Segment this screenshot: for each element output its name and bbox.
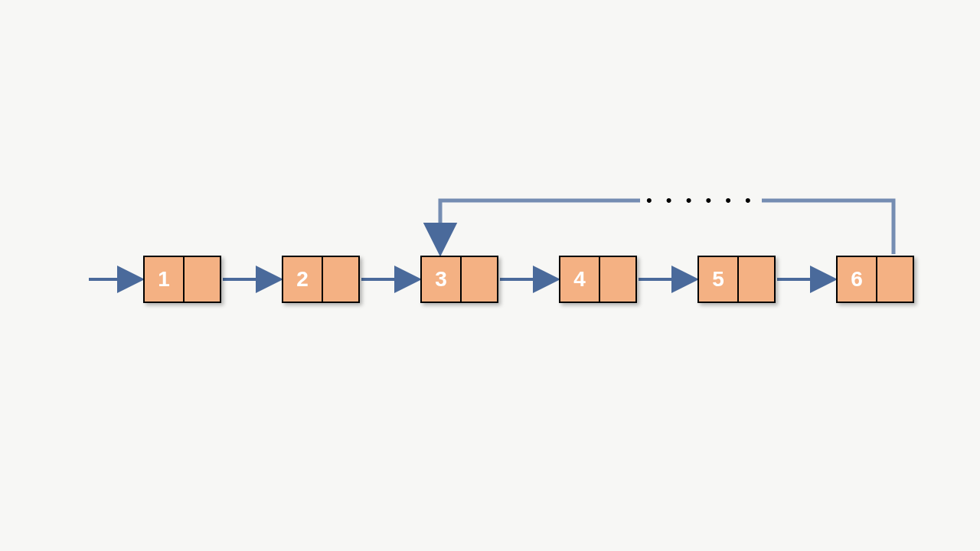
node-divider — [737, 257, 739, 302]
node-3: 3 — [420, 256, 498, 303]
node-4: 4 — [559, 256, 637, 303]
node-divider — [460, 257, 462, 302]
node-divider — [183, 257, 185, 302]
node-1: 1 — [143, 256, 221, 303]
node-6-value: 6 — [838, 257, 876, 302]
node-5: 5 — [697, 256, 776, 303]
node-2: 2 — [282, 256, 360, 303]
node-1-value: 1 — [145, 257, 183, 302]
node-6: 6 — [836, 256, 914, 303]
node-4-value: 4 — [560, 257, 599, 302]
node-5-value: 5 — [699, 257, 737, 302]
diagram-stage: • • • • • • 1 2 3 4 5 6 — [0, 0, 980, 551]
ellipsis-icon: • • • • • • — [640, 197, 762, 204]
node-divider — [322, 257, 323, 302]
node-2-value: 2 — [283, 257, 322, 302]
node-divider — [876, 257, 877, 302]
node-divider — [599, 257, 600, 302]
node-3-value: 3 — [422, 257, 460, 302]
